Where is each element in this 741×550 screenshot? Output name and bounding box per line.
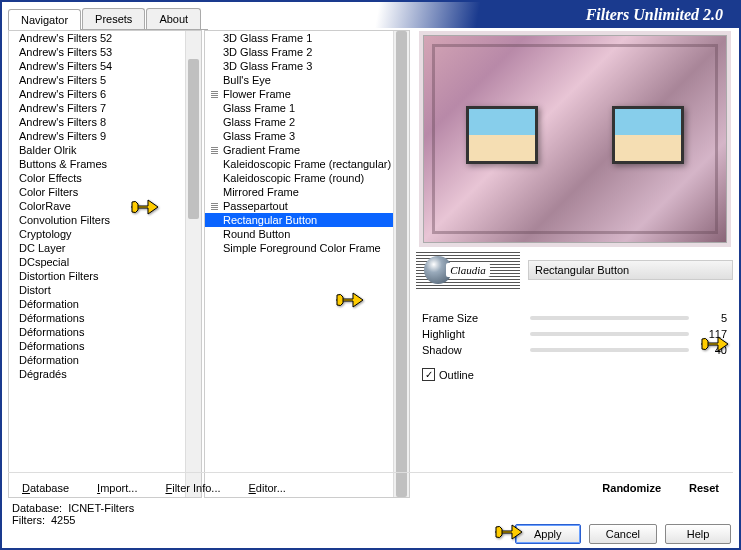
param-label: Frame Size (422, 312, 522, 324)
filter-info-button[interactable]: Filter Info... (151, 478, 234, 498)
tabs: Navigator Presets About (8, 8, 208, 30)
category-list[interactable]: Andrew's Filters 52Andrew's Filters 53An… (9, 31, 201, 497)
filter-item[interactable]: Mirrored Frame (205, 185, 409, 199)
param-value: 5 (697, 312, 727, 324)
category-item[interactable]: Dégradés (9, 367, 201, 381)
param-label: Shadow (422, 344, 522, 356)
filter-item[interactable]: Glass Frame 1 (205, 101, 409, 115)
editor-button[interactable]: Editor... (235, 478, 300, 498)
filter-item[interactable]: Kaleidoscopic Frame (rectangular) (205, 157, 409, 171)
category-item[interactable]: Buttons & Frames (9, 157, 201, 171)
author-badge: Claudia (416, 251, 520, 289)
filter-item[interactable]: 3D Glass Frame 2 (205, 45, 409, 59)
status-filters-label: Filters: (12, 514, 45, 526)
category-item[interactable]: Andrew's Filters 7 (9, 101, 201, 115)
randomize-button[interactable]: Randomize (588, 478, 675, 498)
logo-strip: Claudia Rectangular Button (416, 250, 733, 290)
category-item[interactable]: DCspecial (9, 255, 201, 269)
category-item[interactable]: Andrew's Filters 8 (9, 115, 201, 129)
cancel-button[interactable]: Cancel (589, 524, 657, 544)
scrollbar-thumb[interactable] (396, 31, 407, 497)
param-row: Frame Size5 (416, 310, 733, 326)
outline-checkbox-row: ✓ Outline (416, 358, 733, 391)
outline-label: Outline (439, 369, 474, 381)
right-panel: Claudia Rectangular Button Frame Size5Hi… (416, 30, 733, 498)
category-item[interactable]: Distort (9, 283, 201, 297)
preview-photo-left (466, 106, 538, 164)
filter-item[interactable]: Passepartout (205, 199, 409, 213)
filter-item[interactable]: Flower Frame (205, 87, 409, 101)
author-name: Claudia (446, 263, 489, 277)
category-item[interactable]: Convolution Filters (9, 213, 201, 227)
param-row: Highlight117 (416, 326, 733, 342)
param-row: Shadow40 (416, 342, 733, 358)
status-db-value: ICNET-Filters (68, 502, 134, 514)
preview-photo-right (612, 106, 684, 164)
category-panel: Andrew's Filters 52Andrew's Filters 53An… (8, 30, 202, 498)
param-slider[interactable] (530, 316, 689, 320)
preview-image (423, 35, 727, 243)
filter-item[interactable]: 3D Glass Frame 3 (205, 59, 409, 73)
parameters: Frame Size5Highlight117Shadow40 (416, 310, 733, 358)
filter-item[interactable]: Round Button (205, 227, 409, 241)
category-item[interactable]: Andrew's Filters 9 (9, 129, 201, 143)
filter-panel: 3D Glass Frame 13D Glass Frame 23D Glass… (204, 30, 410, 498)
param-value: 40 (697, 344, 727, 356)
category-item[interactable]: Color Filters (9, 185, 201, 199)
param-slider[interactable] (530, 348, 689, 352)
category-item[interactable]: Distortion Filters (9, 269, 201, 283)
filter-item[interactable]: Simple Foreground Color Frame (205, 241, 409, 255)
category-item[interactable]: Color Effects (9, 171, 201, 185)
status-bar: Database: ICNET-Filters Filters: 4255 (12, 502, 134, 526)
category-item[interactable]: Andrew's Filters 6 (9, 87, 201, 101)
database-button[interactable]: Database (8, 478, 83, 498)
category-item[interactable]: Andrew's Filters 53 (9, 45, 201, 59)
filter-item[interactable]: Glass Frame 2 (205, 115, 409, 129)
scrollbar-thumb[interactable] (188, 59, 199, 219)
filter-item[interactable]: Bull's Eye (205, 73, 409, 87)
tab-presets[interactable]: Presets (82, 8, 145, 29)
category-item[interactable]: Déformation (9, 297, 201, 311)
category-item[interactable]: Andrew's Filters 52 (9, 31, 201, 45)
tab-about[interactable]: About (146, 8, 201, 29)
import-button[interactable]: Import... (83, 478, 151, 498)
outline-checkbox[interactable]: ✓ (422, 368, 435, 381)
category-item[interactable]: DC Layer (9, 241, 201, 255)
category-item[interactable]: Balder Olrik (9, 143, 201, 157)
param-slider[interactable] (530, 332, 689, 336)
tab-navigator[interactable]: Navigator (8, 9, 81, 30)
filter-item[interactable]: Kaleidoscopic Frame (round) (205, 171, 409, 185)
category-item[interactable]: ColorRave (9, 199, 201, 213)
reset-button[interactable]: Reset (675, 478, 733, 498)
status-db-label: Database: (12, 502, 62, 514)
status-filters-value: 4255 (51, 514, 75, 526)
filter-list[interactable]: 3D Glass Frame 13D Glass Frame 23D Glass… (205, 31, 409, 255)
title-banner: Filters Unlimited 2.0 (339, 2, 739, 28)
category-item[interactable]: Cryptology (9, 227, 201, 241)
current-filter-label: Rectangular Button (528, 260, 733, 280)
category-item[interactable]: Andrew's Filters 54 (9, 59, 201, 73)
filter-scrollbar[interactable] (393, 31, 409, 497)
filter-item[interactable]: Rectangular Button (205, 213, 409, 227)
category-item[interactable]: Déformation (9, 353, 201, 367)
filter-item[interactable]: 3D Glass Frame 1 (205, 31, 409, 45)
category-item[interactable]: Andrew's Filters 5 (9, 73, 201, 87)
filter-item[interactable]: Gradient Frame (205, 143, 409, 157)
param-value: 117 (697, 328, 727, 340)
apply-button[interactable]: Apply (515, 524, 581, 544)
category-scrollbar[interactable] (185, 31, 201, 497)
toolbar: Database Import... Filter Info... Editor… (8, 472, 733, 498)
action-bar: Apply Cancel Help (515, 524, 731, 544)
category-item[interactable]: Déformations (9, 311, 201, 325)
param-label: Highlight (422, 328, 522, 340)
filter-item[interactable]: Glass Frame 3 (205, 129, 409, 143)
app-title: Filters Unlimited 2.0 (586, 6, 723, 24)
preview-box (416, 30, 733, 248)
help-button[interactable]: Help (665, 524, 731, 544)
category-item[interactable]: Déformations (9, 325, 201, 339)
category-item[interactable]: Déformations (9, 339, 201, 353)
main-area: Andrew's Filters 52Andrew's Filters 53An… (8, 30, 733, 498)
